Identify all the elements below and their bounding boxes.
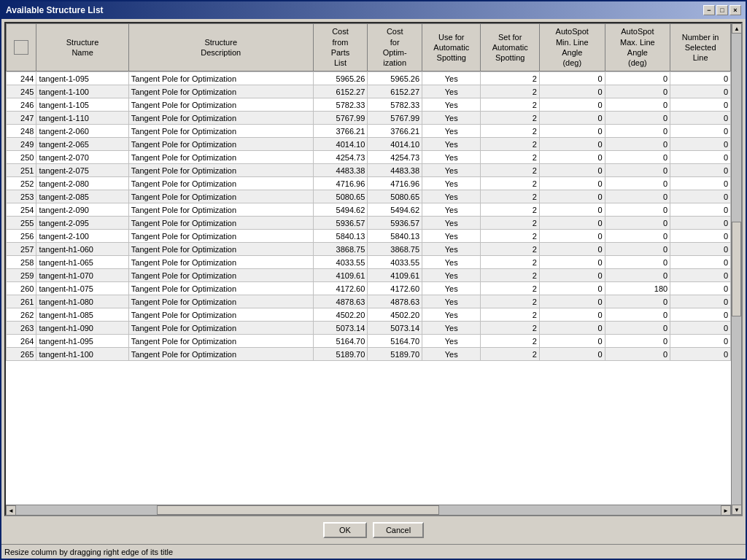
hscroll-left-button[interactable]: ◄ [6, 505, 16, 515]
col-header-set-auto[interactable]: Set forAutomaticSpotting [481, 24, 539, 71]
table-row[interactable]: 255tangent-2-095Tangent Pole for Optimiz… [7, 217, 731, 230]
table-cell: 245 [7, 85, 36, 98]
table-cell: Yes [422, 138, 481, 151]
table-cell: 2 [481, 98, 539, 112]
table-row[interactable]: 264tangent-h1-095Tangent Pole for Optimi… [7, 335, 731, 348]
col-header-struct-desc[interactable]: StructureDescription [128, 24, 313, 71]
col-header-num-selected[interactable]: Number inSelectedLine [670, 24, 731, 71]
table-cell: 0 [605, 151, 670, 164]
table-row[interactable]: 258tangent-h1-065Tangent Pole for Optimi… [7, 256, 731, 269]
table-cell: 0 [539, 164, 605, 177]
table-row[interactable]: 247tangent-1-110Tangent Pole for Optimiz… [7, 112, 731, 125]
table-cell: 0 [605, 256, 670, 269]
table-cell: 0 [670, 85, 731, 98]
hscroll-thumb[interactable] [157, 505, 438, 515]
col-header-cost-optim[interactable]: CostforOptim-ization [368, 24, 422, 71]
table-cell: Tangent Pole for Optimization [128, 98, 313, 112]
table-cell: 4109.61 [368, 269, 422, 282]
table-row[interactable]: 249tangent-2-065Tangent Pole for Optimiz… [7, 138, 731, 151]
table-cell: Tangent Pole for Optimization [128, 282, 313, 295]
table-cell: 2 [481, 308, 539, 322]
hscroll-right-button[interactable]: ► [721, 505, 731, 515]
table-row[interactable]: 246tangent-1-105Tangent Pole for Optimiz… [7, 98, 731, 112]
col-header-use-auto[interactable]: Use forAutomaticSpotting [422, 24, 481, 71]
table-cell: 5782.33 [313, 98, 368, 112]
col-header-cost-parts[interactable]: CostfromPartsList [313, 24, 368, 71]
table-row[interactable]: 248tangent-2-060Tangent Pole for Optimiz… [7, 125, 731, 138]
window-title: Available Structure List [6, 5, 104, 15]
table-cell: 0 [539, 243, 605, 256]
table-cell: 0 [670, 308, 731, 322]
table-cell: 0 [539, 125, 605, 138]
cancel-button[interactable]: Cancel [373, 522, 424, 538]
vscroll-up-button[interactable]: ▲ [732, 23, 741, 34]
table-row[interactable]: 263tangent-h1-090Tangent Pole for Optimi… [7, 322, 731, 335]
table-row[interactable]: 257tangent-h1-060Tangent Pole for Optimi… [7, 243, 731, 256]
table-row[interactable]: 252tangent-2-080Tangent Pole for Optimiz… [7, 177, 731, 190]
table-cell: 0 [539, 256, 605, 269]
col-header-autospot-max[interactable]: AutoSpotMax. LineAngle(deg) [605, 24, 670, 71]
table-cell: 250 [7, 151, 36, 164]
close-button[interactable]: × [729, 5, 741, 15]
table-cell: 5840.13 [313, 230, 368, 243]
table-cell: Tangent Pole for Optimization [128, 217, 313, 230]
table-cell: tangent-2-060 [36, 125, 128, 138]
table-cell: 0 [670, 190, 731, 203]
table-row[interactable]: 256tangent-2-100Tangent Pole for Optimiz… [7, 230, 731, 243]
table-cell: 0 [670, 125, 731, 138]
table-cell: Tangent Pole for Optimization [128, 138, 313, 151]
table-cell: 0 [670, 243, 731, 256]
table-cell: tangent-1-105 [36, 98, 128, 112]
table-body-wrapper[interactable]: 244tangent-1-095Tangent Pole for Optimiz… [6, 71, 731, 505]
table-cell: 0 [670, 256, 731, 269]
table-cell: tangent-h1-080 [36, 295, 128, 308]
vscroll-down-button[interactable]: ▼ [732, 505, 741, 515]
table-cell: 0 [539, 217, 605, 230]
table-cell: Yes [422, 308, 481, 322]
table-row[interactable]: 250tangent-2-070Tangent Pole for Optimiz… [7, 151, 731, 164]
table-row[interactable]: 261tangent-h1-080Tangent Pole for Optimi… [7, 295, 731, 308]
ok-button[interactable]: OK [323, 522, 367, 538]
table-cell: tangent-2-095 [36, 217, 128, 230]
table-cell: 0 [605, 217, 670, 230]
hscroll-track[interactable] [16, 505, 721, 515]
table-row[interactable]: 265tangent-h1-100Tangent Pole for Optimi… [7, 348, 731, 361]
col-header-rownum[interactable] [7, 24, 36, 71]
table-cell: 0 [539, 98, 605, 112]
table-cell: Yes [422, 335, 481, 348]
col-header-autospot-min[interactable]: AutoSpotMin. LineAngle(deg) [539, 24, 605, 71]
table-cell: 259 [7, 269, 36, 282]
table-cell: 0 [605, 112, 670, 125]
table-row[interactable]: 244tangent-1-095Tangent Pole for Optimiz… [7, 72, 731, 85]
table-cell: 2 [481, 256, 539, 269]
table-cell: 0 [605, 138, 670, 151]
table-row[interactable]: 253tangent-2-085Tangent Pole for Optimiz… [7, 190, 731, 203]
maximize-button[interactable]: □ [716, 5, 728, 15]
vertical-scrollbar[interactable]: ▲ ▼ [731, 23, 741, 515]
status-bar: Resize column by dragging right edge of … [1, 544, 746, 559]
table-row[interactable]: 259tangent-h1-070Tangent Pole for Optimi… [7, 269, 731, 282]
window-body: StructureName StructureDescription Costf… [1, 19, 746, 544]
table-cell: 5073.14 [368, 322, 422, 335]
table-cell: Tangent Pole for Optimization [128, 269, 313, 282]
table-row[interactable]: 260tangent-h1-075Tangent Pole for Optimi… [7, 282, 731, 295]
horizontal-scrollbar[interactable]: ◄ ► [6, 505, 731, 515]
table-cell: 6152.27 [368, 85, 422, 98]
minimize-button[interactable]: − [703, 5, 715, 15]
table-row[interactable]: 254tangent-2-090Tangent Pole for Optimiz… [7, 203, 731, 217]
scroll-wrapper: StructureName StructureDescription Costf… [6, 23, 741, 515]
table-cell: tangent-h1-060 [36, 243, 128, 256]
table-row[interactable]: 245tangent-1-100Tangent Pole for Optimiz… [7, 85, 731, 98]
vscroll-track[interactable] [732, 34, 741, 505]
table-cell: Yes [422, 98, 481, 112]
table-row[interactable]: 251tangent-2-075Tangent Pole for Optimiz… [7, 164, 731, 177]
table-row[interactable]: 262tangent-h1-085Tangent Pole for Optimi… [7, 308, 731, 322]
table-cell: 0 [670, 230, 731, 243]
table-cell: Tangent Pole for Optimization [128, 203, 313, 217]
table-cell: Yes [422, 256, 481, 269]
table-cell: 5080.65 [313, 190, 368, 203]
table-cell: 4109.61 [313, 269, 368, 282]
col-header-struct-name[interactable]: StructureName [36, 24, 128, 71]
table-cell: tangent-2-085 [36, 190, 128, 203]
vscroll-thumb[interactable] [732, 222, 741, 316]
